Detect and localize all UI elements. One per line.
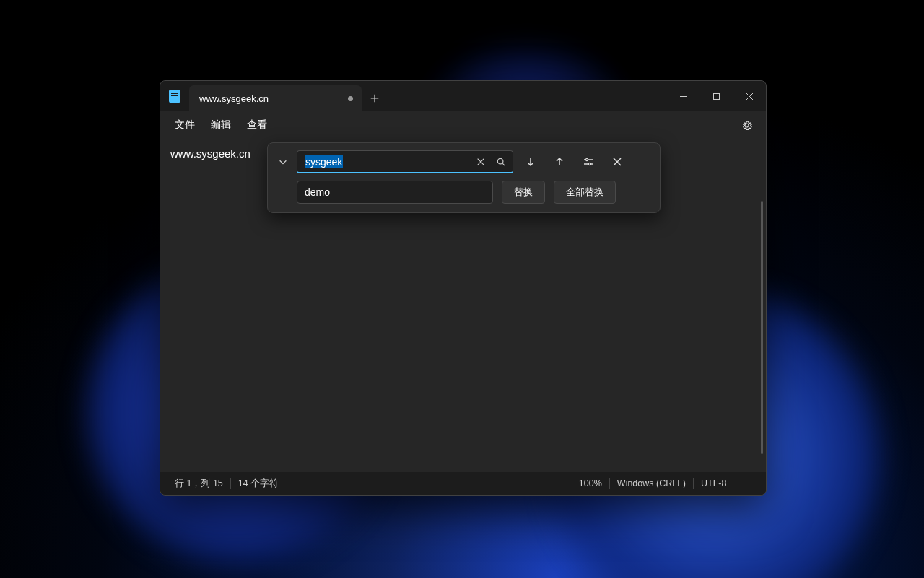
maximize-icon xyxy=(712,92,720,100)
status-bar: 行 1，列 15 14 个字符 100% Windows (CRLF) UTF-… xyxy=(160,472,766,495)
arrow-down-icon xyxy=(525,156,536,168)
modified-indicator-icon xyxy=(348,96,353,101)
settings-button[interactable] xyxy=(734,114,759,136)
svg-rect-0 xyxy=(713,93,719,99)
menu-view[interactable]: 查看 xyxy=(240,116,274,134)
minimize-icon xyxy=(679,92,687,100)
close-icon xyxy=(476,157,486,167)
find-previous-button[interactable] xyxy=(548,150,571,173)
tab-title: www.sysgeek.cn xyxy=(199,93,269,104)
char-count: 14 个字符 xyxy=(231,478,286,490)
minimize-button[interactable] xyxy=(666,81,699,111)
close-find-button[interactable] xyxy=(606,150,629,173)
collapse-toggle[interactable] xyxy=(275,154,291,170)
menu-file[interactable]: 文件 xyxy=(167,116,202,134)
window-controls xyxy=(666,81,766,111)
line-ending[interactable]: Windows (CRLF) xyxy=(610,478,693,488)
sliders-icon xyxy=(583,156,594,168)
app-icon xyxy=(160,81,189,111)
notepad-window: www.sysgeek.cn 文件 编辑 查看 www.sysgeek.cn xyxy=(160,80,767,496)
editor-content: www.sysgeek.cn xyxy=(170,147,250,160)
new-tab-button[interactable] xyxy=(362,85,388,111)
search-icon xyxy=(496,157,506,167)
replace-button[interactable]: 替换 xyxy=(502,181,545,204)
close-icon xyxy=(746,92,754,100)
svg-point-2 xyxy=(585,158,588,160)
replace-all-button[interactable]: 全部替换 xyxy=(554,181,616,204)
find-next-button[interactable] xyxy=(519,150,542,173)
menu-bar: 文件 编辑 查看 xyxy=(160,111,766,139)
close-window-button[interactable] xyxy=(733,81,766,111)
cursor-position[interactable]: 行 1，列 15 xyxy=(167,478,230,490)
close-icon xyxy=(611,156,623,168)
title-bar: www.sysgeek.cn xyxy=(160,81,766,111)
vertical-scrollbar[interactable] xyxy=(761,201,763,454)
svg-point-3 xyxy=(588,163,590,165)
document-tab[interactable]: www.sysgeek.cn xyxy=(189,85,362,111)
gear-icon xyxy=(741,119,753,131)
arrow-up-icon xyxy=(554,156,565,168)
plus-icon xyxy=(370,93,380,103)
encoding[interactable]: UTF-8 xyxy=(694,478,759,488)
find-options-button[interactable] xyxy=(577,150,600,173)
replace-input[interactable] xyxy=(297,181,493,204)
svg-point-1 xyxy=(497,158,503,164)
search-field-wrap: sysgeek xyxy=(297,150,513,173)
clear-search-button[interactable] xyxy=(471,152,490,171)
chevron-down-icon xyxy=(278,157,288,167)
search-button[interactable] xyxy=(492,152,510,171)
menu-edit[interactable]: 编辑 xyxy=(204,116,238,134)
find-replace-panel: sysgeek xyxy=(267,142,661,213)
maximize-button[interactable] xyxy=(699,81,733,111)
zoom-level[interactable]: 100% xyxy=(572,478,609,488)
editor-area[interactable]: www.sysgeek.cn sysgeek xyxy=(160,139,766,472)
